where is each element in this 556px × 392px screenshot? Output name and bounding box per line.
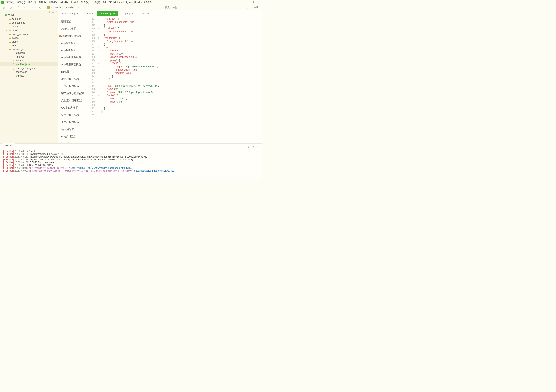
config-nav-item[interactable]: App常用其它设置 (58, 61, 92, 68)
breadcrumb-project[interactable]: Mobile (54, 6, 61, 9)
star-icon[interactable]: ☆ (30, 6, 34, 9)
config-nav-item[interactable]: App模块配置 (58, 39, 92, 47)
tree-item[interactable]: ▸▬unpackage (0, 47, 58, 51)
back-icon[interactable]: 〈 (16, 6, 20, 9)
search-icon[interactable]: ⌕ (160, 6, 163, 9)
line-gutter: 1231241251261271281291301311321331341351… (92, 16, 97, 143)
tree-item[interactable]: ▸▬static (0, 40, 58, 44)
config-nav-item[interactable]: App图标配置 (58, 25, 92, 32)
add-icon[interactable]: ⊕ (48, 10, 50, 13)
breadcrumb-file[interactable]: manifest.json (66, 6, 80, 9)
preview-button[interactable]: 预览 (252, 5, 260, 10)
config-nav: 基础配置App图标配置App启动界面配置App模块配置App权限配置App原生插… (58, 16, 92, 143)
app-icon (1, 1, 4, 4)
editor-tabs: ⚙Settings.jsonmain.jsmanifest.jsonpages.… (58, 10, 262, 16)
tree-item[interactable]: ∿uni.scss (0, 74, 58, 78)
close-button[interactable]: ✕ (256, 0, 262, 4)
filter-icon[interactable]: ▽ (246, 6, 249, 9)
config-nav-item[interactable]: App原生插件配置 (58, 54, 92, 61)
tree-item[interactable]: ▸▬common (0, 17, 58, 21)
config-nav-item[interactable]: uni统计配置 (58, 133, 92, 140)
collapse-icon[interactable]: ⊟ (52, 10, 54, 13)
tree-item[interactable]: ▾▣Mobile (0, 13, 58, 17)
config-nav-item[interactable]: App权限配置 (58, 47, 92, 54)
config-nav-item[interactable]: 基础配置 (58, 18, 92, 25)
editor-tab[interactable]: ⚙Settings.json (58, 11, 82, 16)
console-collapse-icon[interactable]: ⌃ (252, 145, 254, 148)
config-nav-item[interactable]: 快手小程序配置 (58, 111, 92, 119)
config-nav-item[interactable]: 百度小程序配置 (58, 83, 92, 90)
config-nav-item[interactable]: App启动界面配置 (58, 32, 92, 39)
source-code[interactable]: "mp-alipay" : { "usingComponents" : true… (100, 16, 159, 143)
tree-item[interactable]: {}manifest.json (0, 62, 58, 66)
tree-item[interactable]: ▫App.vue (0, 55, 58, 59)
toolbar: ▤ ▢ 〈 〉 ☆ 〉 Mobile 〉 manifest.json ⌕ ▽ 预… (0, 4, 262, 10)
console-tab[interactable]: 控制台 (2, 143, 15, 148)
menu-item[interactable]: 文件(F) (5, 0, 15, 4)
tree-item[interactable]: {}package-lock.json (0, 66, 58, 70)
menu-item[interactable]: 运行(R) (58, 0, 69, 4)
config-nav-item[interactable]: 飞书小程序配置 (58, 119, 92, 126)
menu-bar: 文件(F)编辑(E)选择(S)查找(I)跳转(G)运行(R)发行(U)视图(V)… (5, 0, 112, 4)
search-input[interactable] (165, 6, 244, 9)
code-editor[interactable]: 1231241251261271281291301311321331341351… (92, 16, 262, 143)
editor-tab[interactable]: main.js (82, 11, 97, 16)
maximize-button[interactable]: ☐ (250, 0, 256, 4)
tree-item[interactable]: {}pages.json (0, 70, 58, 74)
console-output[interactable]: [HBuilder] 20:50:48.104 Assets:[HBuilder… (0, 148, 262, 179)
file-tree: ▾▣Mobile▸▬common▸▬components▸▬hybrid▸▬js… (0, 13, 58, 143)
editor-tab[interactable]: uni.scss (137, 11, 153, 16)
menu-item[interactable]: 跳转(G) (47, 0, 58, 4)
tree-item[interactable]: ▫main.js (0, 59, 58, 62)
tree-item[interactable]: ▸▬hybrid (0, 24, 58, 28)
editor-tab[interactable]: manifest.json (97, 11, 118, 16)
menu-item[interactable]: 发行(U) (69, 0, 80, 4)
folder-icon (47, 6, 50, 9)
tree-item[interactable]: ▸▬node_modules (0, 32, 58, 36)
tree-item[interactable]: ▸▬js_sdk (0, 28, 58, 32)
menu-item[interactable]: 选择(S) (27, 0, 37, 4)
breadcrumb: 〉 Mobile 〉 manifest.json (47, 6, 80, 9)
tree-item[interactable]: ▸▬components (0, 21, 58, 24)
fold-column: ⊟⊟⊟⊟⊟⊟⊟⊟⊟ (97, 16, 100, 143)
menu-item[interactable]: 编辑(E) (16, 0, 26, 4)
config-nav-item[interactable]: 快应用配置 (58, 126, 92, 133)
config-nav-item[interactable]: 源码视图 (58, 140, 92, 143)
tree-item[interactable]: ▫.gitignore (0, 51, 58, 55)
config-nav-item[interactable]: 微信小程序配置 (58, 75, 92, 83)
tree-item[interactable]: ▸▬store (0, 44, 58, 47)
config-nav-item[interactable]: QQ小程序配置 (58, 104, 92, 111)
menu-icon[interactable]: ≡ (55, 10, 57, 13)
minimize-button[interactable]: ― (244, 0, 250, 4)
menu-item[interactable]: 视图(V) (80, 0, 91, 4)
editor: ⚙Settings.jsonmain.jsmanifest.jsonpages.… (58, 10, 262, 143)
editor-tab[interactable]: pages.json (118, 11, 137, 16)
save-icon[interactable]: ▢ (9, 6, 12, 9)
config-nav-item[interactable]: 字节跳动小程序配置 (58, 90, 92, 97)
config-nav-item[interactable]: 支付宝小程序配置 (58, 97, 92, 104)
forward-icon[interactable]: 〉 (23, 6, 27, 9)
config-nav-item[interactable]: h5配置 (58, 68, 92, 75)
menu-item[interactable]: 查找(I) (37, 0, 47, 4)
tree-item[interactable]: ▸▬pages (0, 36, 58, 40)
sidebar: ⊕ ⊟ ≡ ▾▣Mobile▸▬common▸▬components▸▬hybr… (0, 10, 58, 143)
console-popout-icon[interactable]: ⧉ (248, 145, 249, 148)
console-close-icon[interactable]: ×↓ (257, 145, 260, 148)
window-title: Mobile/manifest.json - HBuilder X 3.3.5 (110, 1, 151, 4)
new-file-icon[interactable]: ▤ (2, 6, 5, 9)
titlebar: 文件(F)编辑(E)选择(S)查找(I)跳转(G)运行(R)发行(U)视图(V)… (0, 0, 262, 4)
menu-item[interactable]: 工具(T) (91, 0, 101, 4)
run-icon[interactable] (38, 6, 41, 9)
console-panel: 控制台 ⧉ ⌃ ×↓ [HBuilder] 20:50:48.104 Asset… (0, 143, 262, 179)
